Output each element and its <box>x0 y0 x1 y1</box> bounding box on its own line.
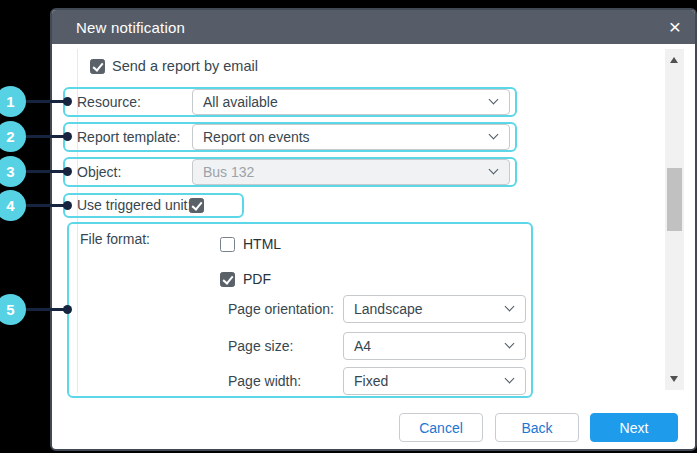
pdf-checkbox[interactable] <box>220 272 235 287</box>
dialog-title: New notification <box>76 19 185 36</box>
annotation-dot-1 <box>63 97 72 106</box>
page-orientation-select[interactable]: Landscape <box>343 295 526 323</box>
page-size-label: Page size: <box>228 333 293 359</box>
annotation-dot-2 <box>63 132 72 141</box>
format-pdf-row: PDF <box>220 271 271 287</box>
page-width-select[interactable]: Fixed <box>343 367 526 395</box>
page-orientation-value: Landscape <box>354 301 423 317</box>
chevron-down-icon <box>489 130 499 140</box>
back-button[interactable]: Back <box>495 413 579 442</box>
scroll-up-icon[interactable] <box>670 57 678 63</box>
vertical-scrollbar[interactable] <box>665 49 684 390</box>
send-report-row: Send a report by email <box>90 57 258 75</box>
screenshot-stage: New notification × Send a report by emai… <box>0 0 697 453</box>
annotation-marker-4: 4 <box>0 190 26 221</box>
page-size-value: A4 <box>354 338 371 354</box>
annotation-dot-5 <box>63 305 72 314</box>
resource-select[interactable]: All available <box>192 89 510 115</box>
chevron-down-icon <box>505 339 515 349</box>
format-html-row: HTML <box>220 236 281 252</box>
report-template-label: Report template: <box>77 124 181 150</box>
annotation-marker-3: 3 <box>0 156 26 187</box>
send-report-checkbox[interactable] <box>90 59 105 74</box>
page-width-value: Fixed <box>354 373 388 389</box>
page-width-label: Page width: <box>228 368 301 394</box>
page-size-select[interactable]: A4 <box>343 332 526 360</box>
scrollbar-thumb[interactable] <box>667 168 682 231</box>
chevron-down-icon <box>489 95 499 105</box>
resource-label: Resource: <box>77 89 141 115</box>
annotation-marker-2: 2 <box>0 121 26 152</box>
scroll-down-icon[interactable] <box>670 376 678 382</box>
resource-value: All available <box>203 94 278 110</box>
report-template-select[interactable]: Report on events <box>192 124 510 150</box>
cancel-button[interactable]: Cancel <box>399 413 483 442</box>
object-select[interactable]: Bus 132 <box>192 159 510 185</box>
annotation-marker-1: 1 <box>0 86 26 117</box>
next-button[interactable]: Next <box>590 413 678 442</box>
object-value: Bus 132 <box>203 164 254 180</box>
use-triggered-unit-label: Use triggered unit: <box>77 193 191 217</box>
annotation-marker-5: 5 <box>0 294 26 325</box>
send-report-label: Send a report by email <box>112 58 258 74</box>
file-format-label: File format: <box>80 226 150 252</box>
chevron-down-icon <box>489 165 499 175</box>
object-label: Object: <box>77 159 121 185</box>
annotation-dot-4 <box>63 201 72 210</box>
report-template-value: Report on events <box>203 129 310 145</box>
use-triggered-unit-checkbox[interactable] <box>189 198 204 213</box>
close-icon[interactable]: × <box>669 14 681 40</box>
pdf-label: PDF <box>243 271 271 287</box>
page-orientation-label: Page orientation: <box>228 296 334 322</box>
chevron-down-icon <box>505 374 515 384</box>
html-label: HTML <box>243 236 281 252</box>
chevron-down-icon <box>505 302 515 312</box>
annotation-dot-3 <box>63 167 72 176</box>
dialog-titlebar: New notification × <box>52 10 695 44</box>
html-checkbox[interactable] <box>220 237 235 252</box>
